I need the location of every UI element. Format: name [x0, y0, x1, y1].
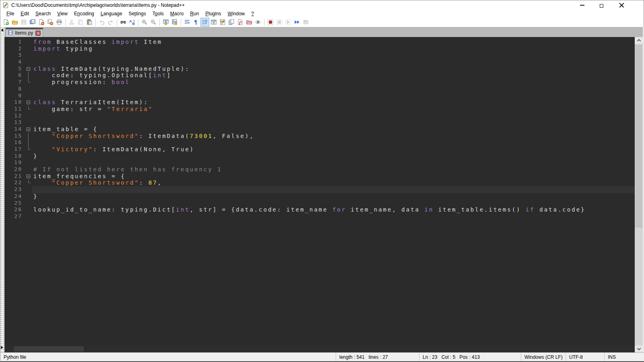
zoom-in-button[interactable] [140, 18, 149, 27]
vertical-scrollbar[interactable] [635, 37, 643, 352]
menu-macro[interactable]: Macro [167, 10, 187, 17]
menu-window[interactable]: Window [225, 10, 248, 17]
code-line-12[interactable]: 12 [4, 113, 635, 119]
code-line-18[interactable]: 18} [4, 153, 635, 160]
close-all-button[interactable] [46, 18, 55, 27]
menu-tools[interactable]: Tools [149, 10, 167, 17]
tab-label: Items.py [15, 30, 33, 36]
print-icon [56, 19, 62, 25]
scroll-down-button[interactable] [635, 346, 643, 352]
menu-view[interactable]: View [54, 10, 71, 17]
code-line-11[interactable]: 11 game: str = "Terraria" [4, 106, 635, 113]
code-line-14[interactable]: 14item_table = { [4, 126, 635, 133]
code-line-22[interactable]: 22 "Copper Shortsword": 87, [4, 179, 635, 186]
zoom-out-button[interactable] [149, 18, 158, 27]
fold-toggle-icon[interactable] [25, 173, 32, 180]
horizontal-scrollbar[interactable] [4, 346, 635, 352]
function-list-icon: f [237, 19, 244, 25]
tab-items-py[interactable]: Items.py [6, 28, 43, 37]
close-button[interactable] [612, 0, 632, 10]
macro-play-icon [285, 19, 291, 25]
redo-button[interactable] [106, 18, 115, 27]
replace-button[interactable]: AB [128, 18, 136, 27]
save-all-button[interactable] [28, 18, 37, 27]
code-line-8[interactable]: 8 [4, 86, 635, 93]
code-line-10[interactable]: 10class TerrariaItem(Item): [4, 99, 635, 106]
cut-button[interactable] [67, 18, 76, 27]
code-line-9[interactable]: 9 [4, 93, 635, 99]
monitoring-button[interactable] [254, 18, 262, 27]
code-line-15[interactable]: 15 "Copper Shortsword": ItemData(73001, … [4, 133, 635, 140]
close-file-button[interactable] [37, 18, 46, 27]
tab-scroll-right-icon[interactable] [1, 346, 3, 349]
macro-play-button[interactable] [284, 18, 293, 27]
macro-stop-button[interactable] [275, 18, 284, 27]
menu-file[interactable]: File [3, 10, 17, 17]
show-indent-guide-button[interactable] [200, 18, 209, 27]
tab-scroll-left-icon[interactable] [1, 29, 3, 32]
macro-run-multiple-icon [294, 19, 300, 25]
copy-button[interactable] [76, 18, 85, 27]
horizontal-scrollbar-thumb[interactable] [14, 346, 84, 352]
menu-search[interactable]: Search [32, 10, 54, 17]
scroll-up-button[interactable] [635, 37, 643, 44]
code-line-21[interactable]: 21item_frequencies = { [4, 173, 635, 180]
code-line-2[interactable]: 2import typing [4, 45, 635, 52]
paste-button[interactable] [85, 18, 94, 27]
code-line-7[interactable]: 7 progression: bool [4, 79, 635, 86]
macro-run-multiple-button[interactable] [293, 18, 301, 27]
define-language-button[interactable] [209, 18, 218, 27]
code-line-13[interactable]: 13 [4, 119, 635, 126]
print-button[interactable] [55, 18, 64, 27]
menu-help[interactable]: ? [248, 10, 257, 17]
code-line-5[interactable]: 5class ItemData(typing.NamedTuple): [4, 66, 635, 72]
window-controls [572, 0, 632, 10]
macro-record-button[interactable] [266, 18, 275, 27]
fold-toggle-icon[interactable] [25, 126, 32, 133]
code-line-1[interactable]: 1from BaseClasses import Item [4, 39, 635, 45]
code-area[interactable]: 1from BaseClasses import Item2import typ… [4, 37, 635, 346]
new-file-button[interactable] [2, 18, 10, 27]
editor[interactable]: 1from BaseClasses import Item2import typ… [4, 37, 635, 352]
fold-margin [25, 146, 32, 153]
sync-horizontal-scroll-button[interactable] [170, 18, 179, 27]
minimize-button[interactable] [572, 0, 592, 10]
code-line-6[interactable]: 6 code: typing.Optional[int] [4, 72, 635, 79]
code-line-24[interactable]: 24} [4, 193, 635, 200]
folder-as-workspace-button[interactable] [245, 18, 254, 27]
code-text: class ItemData(typing.NamedTuple): [32, 66, 635, 72]
line-number: 13 [4, 119, 25, 126]
code-line-3[interactable]: 3 [4, 52, 635, 59]
open-file-button[interactable] [10, 18, 19, 27]
code-line-26[interactable]: 26lookup_id_to_name: typing.Dict[int, st… [4, 206, 635, 213]
code-line-19[interactable]: 19 [4, 159, 635, 166]
close-tab-icon[interactable] [35, 31, 41, 36]
code-line-23[interactable]: 23 [4, 186, 635, 193]
code-line-20[interactable]: 20# If not listed here then has frequenc… [4, 166, 635, 173]
menu-language[interactable]: Language [97, 10, 125, 17]
menu-settings[interactable]: Settings [125, 10, 149, 17]
code-line-4[interactable]: 4 [4, 59, 635, 66]
find-button[interactable] [119, 18, 128, 27]
sync-vertical-scroll-button[interactable] [161, 18, 170, 27]
show-all-characters-button[interactable]: ¶ [192, 18, 200, 27]
macro-save-button[interactable] [301, 18, 310, 27]
function-list-button[interactable]: f [236, 18, 245, 27]
word-wrap-button[interactable] [183, 18, 192, 27]
undo-button[interactable] [97, 18, 106, 27]
restore-button[interactable] [592, 0, 612, 10]
menu-plugins[interactable]: Plugins [202, 10, 224, 17]
code-line-17[interactable]: 17 "Victory": ItemData(None, True) [4, 146, 635, 153]
document-list-button[interactable] [227, 18, 236, 27]
menu-encoding[interactable]: Encoding [71, 10, 97, 17]
menu-edit[interactable]: Edit [17, 10, 32, 17]
code-line-27[interactable]: 27 [4, 213, 635, 220]
code-line-25[interactable]: 25 [4, 200, 635, 207]
save-button[interactable] [19, 18, 28, 27]
vertical-scrollbar-thumb[interactable] [635, 45, 642, 228]
fold-toggle-icon[interactable] [25, 99, 32, 106]
menu-run[interactable]: Run [187, 10, 202, 17]
code-line-16[interactable]: 16 [4, 139, 635, 146]
document-map-button[interactable] [218, 18, 227, 27]
fold-toggle-icon[interactable] [25, 66, 32, 72]
